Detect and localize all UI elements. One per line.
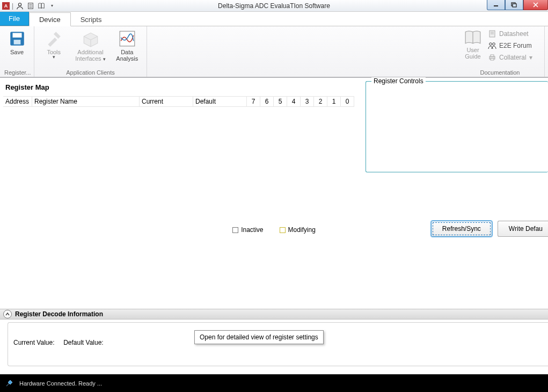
qat-dropdown-icon[interactable]: ▾ <box>48 2 56 10</box>
maximize-button[interactable] <box>505 0 523 10</box>
svg-point-17 <box>489 43 492 46</box>
default-value-label: Default Value: <box>63 339 104 346</box>
col-register-name[interactable]: Register Name <box>32 97 140 106</box>
decode-header-bar[interactable]: Register Decode Information <box>0 309 548 320</box>
people-icon <box>488 41 496 50</box>
tab-file[interactable]: File <box>0 11 29 26</box>
data-analysis-button[interactable]: Data Analysis <box>112 28 142 62</box>
register-controls-panel: Register Controls <box>366 81 548 172</box>
status-bar: Hardware Connected. Ready ... <box>0 374 548 392</box>
col-bit-5[interactable]: 5 <box>274 97 287 106</box>
legend-modifying: Modifying <box>280 226 316 234</box>
user-icon[interactable] <box>16 2 24 10</box>
page-icon[interactable] <box>26 2 35 10</box>
ribbon-tabs: File Device Scripts <box>0 12 548 26</box>
collateral-link[interactable]: Collateral ▾ <box>488 52 532 63</box>
col-address[interactable]: Address <box>3 97 32 106</box>
col-bit-0[interactable]: 0 <box>341 97 354 106</box>
tab-scripts[interactable]: Scripts <box>71 12 112 26</box>
col-bit-1[interactable]: 1 <box>327 97 341 106</box>
inactive-swatch-icon <box>232 227 238 233</box>
group-label-register: Register... <box>4 69 30 76</box>
col-bit-4[interactable]: 4 <box>287 97 301 106</box>
modifying-swatch-icon <box>280 227 286 233</box>
tools-icon <box>45 30 63 48</box>
book-icon[interactable] <box>37 2 46 10</box>
tab-device[interactable]: Device <box>29 12 71 26</box>
svg-rect-5 <box>494 5 498 6</box>
svg-rect-21 <box>491 59 494 60</box>
user-guide-button[interactable]: User Guide <box>460 28 486 63</box>
box-icon <box>82 30 100 48</box>
legend-inactive: Inactive <box>232 226 263 234</box>
decode-body: Current Value: Default Value: <box>8 322 548 366</box>
group-label-app-clients: Application Clients <box>39 69 142 76</box>
col-bit-6[interactable]: 6 <box>260 97 274 106</box>
svg-rect-7 <box>513 4 516 7</box>
decode-header-label: Register Decode Information <box>15 310 103 318</box>
additional-interfaces-button[interactable]: Additional Interfaces ▾ <box>72 28 108 62</box>
title-bar: A | ▾ Delta-Sigma ADC EvaluaTIon Softwar… <box>0 0 548 12</box>
book-open-icon <box>464 28 482 47</box>
col-default[interactable]: Default <box>193 97 247 106</box>
col-current[interactable]: Current <box>140 97 193 106</box>
chevron-up-icon[interactable] <box>3 310 12 318</box>
status-text: Hardware Connected. Ready ... <box>19 380 102 387</box>
e2e-forum-link[interactable]: E2E Forum <box>488 40 532 51</box>
refresh-sync-button[interactable]: Refresh/Sync <box>431 221 492 237</box>
datasheet-link[interactable]: Datasheet <box>488 28 532 39</box>
write-defaults-button[interactable]: Write Defau <box>498 221 548 237</box>
col-bit-7[interactable]: 7 <box>247 97 260 106</box>
ribbon: Save Register... Tools ▾ Additional Inte… <box>0 26 548 78</box>
minimize-button[interactable] <box>487 0 505 10</box>
tools-button[interactable]: Tools ▾ <box>39 28 69 62</box>
app-icon: A <box>2 2 10 10</box>
svg-point-18 <box>493 43 495 46</box>
svg-rect-12 <box>13 40 20 45</box>
group-label-documentation: Documentation <box>460 69 540 76</box>
register-controls-label: Register Controls <box>371 77 426 85</box>
svg-point-0 <box>19 3 21 5</box>
save-icon <box>8 30 26 48</box>
document-icon <box>488 30 496 38</box>
current-value-label: Current Value: <box>13 339 54 346</box>
close-button[interactable] <box>523 0 548 10</box>
chart-icon <box>118 30 136 48</box>
register-map-title: Register Map <box>5 83 49 91</box>
svg-rect-20 <box>491 55 494 56</box>
tooltip: Open for detailed view of register setti… <box>194 330 324 344</box>
col-bit-3[interactable]: 3 <box>301 97 314 106</box>
window-title: Delta-Sigma ADC EvaluaTIon Software <box>0 2 548 10</box>
svg-rect-11 <box>12 33 21 38</box>
col-bit-2[interactable]: 2 <box>314 97 327 106</box>
printer-icon <box>488 53 496 62</box>
register-table-header: Address Register Name Current Default 7 … <box>3 96 354 107</box>
connection-icon <box>4 379 14 388</box>
save-button[interactable]: Save <box>4 28 30 55</box>
